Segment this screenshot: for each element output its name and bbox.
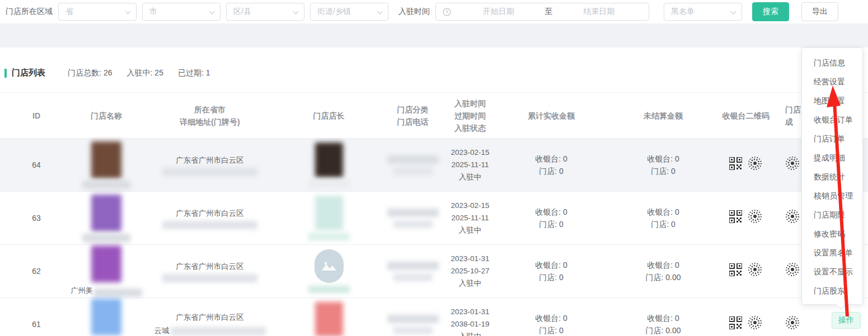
menu-item-verifier-management[interactable]: 核销员管理 bbox=[802, 186, 862, 205]
export-button[interactable]: 导出 bbox=[801, 2, 838, 21]
manager-name-redacted bbox=[308, 180, 350, 187]
miniprogram-code-icon[interactable] bbox=[748, 315, 762, 333]
received-amount-cell: 收银台: 0 门店: 0 bbox=[492, 312, 610, 336]
store-logo bbox=[91, 299, 121, 335]
store-logo bbox=[91, 141, 121, 178]
stat-total: 门店总数:26 bbox=[68, 68, 112, 78]
district-select[interactable]: 区/县 bbox=[226, 3, 304, 21]
menu-item-map-settings[interactable]: 地图设置 bbox=[802, 91, 862, 110]
search-button[interactable]: 搜索 bbox=[752, 2, 789, 21]
manager-avatar bbox=[315, 302, 343, 336]
received-cashier: 收银台: 0 bbox=[535, 206, 567, 218]
store-time-status-cell: 2023-01-31 2025-10-27 入驻中 bbox=[448, 253, 492, 290]
store-name-fragment: 广州美 bbox=[71, 285, 93, 297]
entry-time-filter-label: 入驻时间 bbox=[398, 7, 430, 17]
col-time-status: 入驻时间过期时间入驻状态 bbox=[448, 97, 492, 134]
store-class-redacted bbox=[387, 209, 439, 217]
store-address-cell: 广东省广州市白云区 bbox=[140, 154, 280, 176]
menu-item-store-term[interactable]: 门店期限 bbox=[802, 205, 862, 224]
menu-item-cashier-orders[interactable]: 收银台订单 bbox=[802, 110, 862, 129]
store-name-redacted bbox=[82, 234, 130, 242]
store-address-cell: 广东省广州市白云区 云城 bbox=[140, 311, 280, 336]
unsettled-cashier: 收银台: 0 bbox=[647, 312, 679, 324]
table-row: 64 广东省广州市白云区 2023-02-15 2025-11-11 入驻中 收… bbox=[0, 139, 868, 192]
store-manager-cell bbox=[280, 143, 378, 187]
store-time-status-cell: 2023-02-15 2025-11-11 入驻中 bbox=[448, 146, 492, 183]
page-title: 门店列表 bbox=[12, 68, 45, 78]
received-cashier: 收银台: 0 bbox=[535, 153, 567, 165]
qr-code-icon[interactable] bbox=[729, 316, 742, 333]
chevron-down-icon bbox=[731, 9, 736, 15]
menu-item-store-orders[interactable]: 门店订单 bbox=[802, 129, 862, 148]
menu-item-set-blacklist[interactable]: 设置黑名单 bbox=[802, 243, 862, 262]
miniprogram-code-icon[interactable] bbox=[748, 209, 762, 227]
store-stats: 门店总数:26 入驻中:25 已过期:1 bbox=[68, 68, 210, 78]
miniprogram-code-icon[interactable] bbox=[785, 262, 800, 280]
table-row: 63 广东省广州市白云区 2023-02-15 2025-11-11 入驻中 收… bbox=[0, 192, 868, 245]
province-select[interactable]: 省 bbox=[58, 3, 137, 21]
store-id: 62 bbox=[0, 265, 73, 277]
qr-code-icon[interactable] bbox=[729, 210, 742, 226]
unsettled-amount-cell: 收银台: 0 门店: 0.00 bbox=[610, 312, 716, 336]
menu-item-change-password[interactable]: 修改密码 bbox=[802, 224, 862, 243]
miniprogram-code-icon[interactable] bbox=[785, 156, 800, 174]
store-region: 广东省广州市白云区 bbox=[176, 154, 244, 167]
status-badge: 入驻中 bbox=[459, 224, 482, 236]
row-action-button[interactable]: 操作 bbox=[832, 312, 861, 329]
store-table: ID 门店名称 所在省市详细地址(门牌号) 门店店长 门店分类门店电话 入驻时间… bbox=[0, 92, 868, 336]
status-badge: 入驻中 bbox=[459, 330, 482, 336]
store-address-cell: 广东省广州市白云区 bbox=[140, 261, 280, 282]
qr-code-icon[interactable] bbox=[729, 157, 742, 173]
manager-avatar-placeholder bbox=[315, 249, 344, 283]
unsettled-amount-cell: 收银台: 0 门店: 0.00 bbox=[610, 259, 716, 283]
col-received: 累计实收金额 bbox=[492, 110, 610, 122]
unsettled-store: 门店: 0 bbox=[651, 218, 675, 230]
clock-icon bbox=[443, 8, 451, 16]
stat-expired: 已过期:1 bbox=[178, 68, 210, 78]
store-name-cell bbox=[73, 141, 140, 189]
unsettled-cashier: 收银台: 0 bbox=[647, 206, 679, 218]
expire-date: 2025-11-11 bbox=[451, 159, 489, 171]
status-badge: 入驻中 bbox=[459, 171, 482, 183]
province-select-placeholder: 省 bbox=[65, 7, 73, 17]
miniprogram-code-icon[interactable] bbox=[785, 209, 800, 227]
received-amount-cell: 收银台: 0 门店: 0 bbox=[492, 153, 610, 177]
store-class-phone-cell bbox=[378, 209, 448, 228]
street-select[interactable]: 街道/乡镇 bbox=[310, 3, 388, 21]
received-store: 门店: 0 bbox=[539, 271, 564, 283]
miniprogram-code-icon[interactable] bbox=[785, 315, 800, 333]
blacklist-select-placeholder: 黑名单 bbox=[671, 7, 695, 17]
city-select[interactable]: 市 bbox=[142, 3, 220, 21]
menu-item-store-info[interactable]: 门店信息 bbox=[802, 53, 862, 72]
stat-active: 入驻中:25 bbox=[126, 68, 163, 78]
col-name: 门店名称 bbox=[73, 110, 140, 122]
received-cashier: 收银台: 0 bbox=[535, 259, 567, 271]
manager-avatar bbox=[315, 196, 343, 230]
store-name-cell: 广州美 bbox=[73, 245, 140, 297]
section-accent-bar bbox=[4, 69, 7, 78]
chevron-down-icon bbox=[293, 9, 299, 15]
menu-item-data-statistics[interactable]: 数据统计 bbox=[802, 167, 862, 186]
store-admin-page: 门店所在区域 省 市 区/县 街道/乡镇 入驻时间 开始日期 至 结束日期 bbox=[0, 0, 868, 336]
blacklist-select[interactable]: 黑名单 bbox=[664, 3, 742, 21]
entry-date-range-input[interactable]: 开始日期 至 结束日期 bbox=[435, 3, 649, 21]
unsettled-store: 门店: 0 bbox=[651, 165, 675, 177]
manager-name-redacted bbox=[308, 286, 350, 293]
manager-name-redacted bbox=[308, 233, 350, 240]
status-badge: 入驻中 bbox=[459, 277, 482, 290]
store-id: 63 bbox=[0, 212, 73, 224]
miniprogram-code-icon[interactable] bbox=[748, 262, 762, 280]
miniprogram-code-icon[interactable] bbox=[748, 156, 762, 174]
qr-code-icon[interactable] bbox=[729, 263, 742, 280]
store-address-fragment: 云城 bbox=[154, 325, 170, 336]
district-select-placeholder: 区/县 bbox=[233, 7, 251, 17]
store-phone-redacted bbox=[393, 167, 433, 175]
menu-item-set-hidden[interactable]: 设置不显示 bbox=[802, 262, 862, 281]
start-date-placeholder: 开始日期 bbox=[456, 7, 542, 17]
menu-item-store-shareholders[interactable]: 门店股东 bbox=[802, 281, 862, 300]
date-range-separator: 至 bbox=[542, 7, 556, 17]
received-store: 门店: 0 bbox=[539, 218, 564, 230]
menu-item-commission-detail[interactable]: 提成明细 bbox=[802, 148, 862, 167]
menu-item-business-settings[interactable]: 经营设置 bbox=[802, 72, 862, 91]
received-cashier: 收银台: 0 bbox=[535, 312, 567, 324]
